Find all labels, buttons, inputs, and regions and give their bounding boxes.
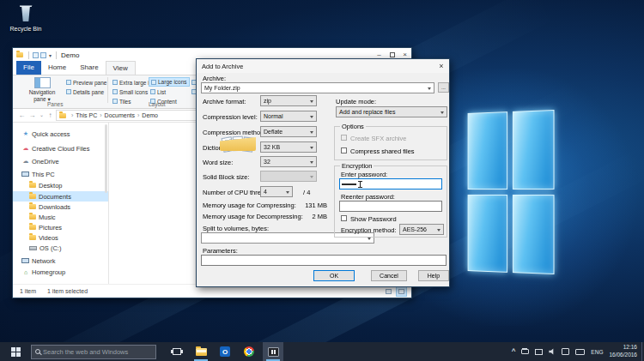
touch-keyboard-icon[interactable]: [575, 349, 585, 355]
chevron-right-icon: ›: [137, 112, 139, 118]
details-pane-icon: [66, 89, 71, 94]
tiles-button[interactable]: Tiles: [112, 97, 131, 105]
tray-folder-icon[interactable]: [521, 349, 529, 354]
cancel-button[interactable]: Cancel: [371, 270, 407, 281]
browse-button[interactable]: ...: [438, 82, 449, 93]
sidebar-item-this-pc[interactable]: This PC: [13, 169, 108, 179]
sidebar-item-desktop[interactable]: Desktop: [13, 180, 108, 190]
tab-file[interactable]: File: [16, 61, 41, 75]
breadcrumb-this-pc[interactable]: This PC: [76, 112, 97, 118]
sidebar-scrollbar[interactable]: [105, 124, 107, 193]
word-size-select[interactable]: 32: [260, 156, 317, 167]
star-icon: ★: [21, 130, 30, 137]
sidebar-item-quick-access[interactable]: ★ Quick access: [13, 129, 108, 139]
encryption-method-select[interactable]: AES-256: [399, 224, 444, 235]
combo-value: zip: [264, 98, 271, 104]
windows-logo-wallpaper: [468, 110, 555, 274]
dialog-title: Add to Archive: [202, 63, 243, 70]
encryption-method-label: Encryption method:: [341, 226, 397, 234]
properties-icon[interactable]: [33, 52, 39, 58]
divider: [28, 51, 29, 59]
task-view-button[interactable]: [167, 342, 187, 361]
options-group: Options: [334, 126, 447, 160]
sidebar-item-label: Quick access: [32, 130, 70, 138]
action-center-icon[interactable]: [562, 348, 569, 355]
forward-icon[interactable]: →: [27, 111, 37, 120]
breadcrumb-documents[interactable]: Documents: [105, 112, 135, 118]
sidebar-item-homegroup[interactable]: ⌂ Homegroup: [13, 267, 108, 277]
tab-home[interactable]: Home: [41, 61, 73, 75]
tiles-icon: [112, 99, 118, 104]
archive-format-select[interactable]: zip: [260, 95, 317, 106]
sidebar-item-network[interactable]: Network: [13, 256, 108, 266]
language-indicator[interactable]: ENG: [591, 349, 603, 355]
sidebar-item-downloads[interactable]: Downloads: [13, 202, 108, 212]
compression-level-select[interactable]: Normal: [260, 111, 317, 122]
taskbar-outlook[interactable]: O: [215, 342, 235, 361]
sidebar-item-documents[interactable]: Documents: [13, 191, 108, 202]
system-tray: ^ ENG 12:16 16/06/2016: [512, 342, 637, 361]
tab-share[interactable]: Share: [73, 61, 105, 75]
archive-name-combobox[interactable]: My Folder.zip: [201, 82, 434, 93]
combo-value: 32 KB: [264, 144, 280, 150]
tab-view[interactable]: View: [106, 61, 136, 75]
taskbar-clock[interactable]: 12:16 16/06/2016: [609, 344, 637, 359]
list-button[interactable]: List: [150, 87, 166, 96]
taskbar-active-app[interactable]: [263, 342, 283, 361]
recycle-bin[interactable]: Recycle Bin: [3, 5, 48, 32]
tray-chevron-up-icon[interactable]: ^: [512, 349, 516, 354]
dictionary-size-select[interactable]: 32 KB: [260, 141, 317, 153]
dropdown-caret-icon: [310, 116, 313, 118]
compress-shared-checkbox[interactable]: [341, 147, 347, 153]
small-icons-icon: [112, 89, 118, 94]
ok-button[interactable]: OK: [313, 270, 355, 281]
sidebar-item-music[interactable]: Music: [13, 212, 108, 222]
split-volumes-label: Split to volumes, bytes:: [203, 225, 269, 232]
large-icons-button[interactable]: Large icons: [149, 77, 190, 87]
solid-block-size-select: [260, 171, 317, 182]
sidebar-item-onedrive[interactable]: ☁ OneDrive: [13, 156, 108, 166]
volume-icon[interactable]: [549, 348, 556, 355]
show-password-checkbox[interactable]: [341, 215, 347, 221]
explorer-app-icon: [16, 52, 23, 57]
sidebar-item-creative-cloud[interactable]: ☁ Creative Cloud Files: [13, 143, 108, 153]
start-button[interactable]: [0, 342, 31, 361]
sidebar-item-os-c[interactable]: OS (C:): [13, 243, 108, 253]
help-button[interactable]: Help: [418, 270, 449, 281]
taskbar-file-explorer[interactable]: [191, 342, 211, 361]
reenter-password-input[interactable]: [339, 201, 442, 212]
preview-pane-button[interactable]: Preview pane: [66, 78, 106, 87]
taskbar-search[interactable]: [31, 345, 156, 359]
taskbar: O ^ ENG 12:16 16/06/2016: [0, 342, 644, 361]
new-folder-icon[interactable]: [40, 52, 46, 58]
enter-password-input[interactable]: [339, 178, 442, 190]
details-pane-button[interactable]: Details pane: [66, 87, 104, 96]
task-view-icon: [173, 348, 181, 355]
update-mode-select[interactable]: Add and replace files: [336, 106, 447, 117]
small-icons-button[interactable]: Small icons: [112, 87, 148, 96]
up-icon[interactable]: ↑: [46, 111, 55, 120]
taskbar-chrome[interactable]: [239, 342, 259, 361]
tray-display-icon[interactable]: [535, 349, 543, 355]
details-view-toggle[interactable]: [383, 286, 394, 297]
selection-count: 1 item selected: [47, 288, 88, 294]
thumbnail-view-toggle[interactable]: [396, 286, 407, 297]
dialog-close-button[interactable]: ×: [434, 62, 449, 70]
taskbar-search-input[interactable]: [43, 348, 152, 356]
parameters-input[interactable]: [201, 255, 447, 266]
compression-method-select[interactable]: Deflate: [260, 126, 317, 137]
dialog-titlebar: Add to Archive ×: [197, 59, 449, 73]
creative-cloud-icon: ☁: [21, 145, 30, 152]
qat-customize-icon[interactable]: ▾: [49, 52, 52, 58]
sidebar-item-label: This PC: [32, 171, 55, 178]
sidebar-item-videos[interactable]: Videos: [13, 232, 108, 243]
sidebar-item-pictures[interactable]: Pictures: [13, 222, 108, 232]
active-app-icon: [268, 347, 279, 357]
combo-value: 4: [264, 189, 267, 195]
panes-group-label: Panes: [47, 101, 63, 107]
details-view-icon: [386, 289, 392, 294]
back-icon[interactable]: ←: [17, 111, 27, 120]
cpu-threads-select[interactable]: 4: [260, 186, 293, 197]
folder-icon: [29, 235, 36, 240]
breadcrumb-demo[interactable]: Demo: [142, 112, 158, 118]
